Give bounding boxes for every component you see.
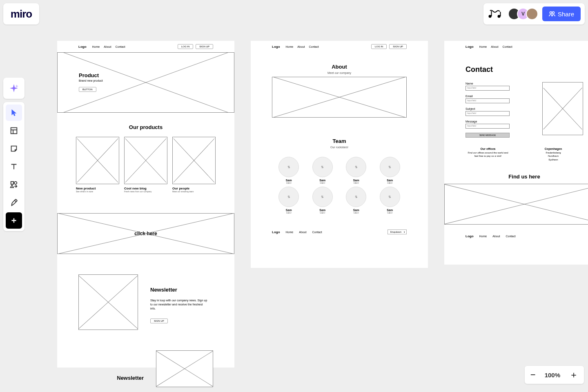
wf-offices-sub: Find our offices around the world and fe… <box>466 151 510 158</box>
wf-team-name: Sam <box>373 209 407 212</box>
wf-nav-home: Home <box>479 45 487 48</box>
wf-label-message: Message <box>466 120 510 123</box>
wf-nav-about: About <box>104 45 111 48</box>
wf-hero-button: BUTTON <box>79 87 96 92</box>
wf-nav-home: Home <box>286 231 294 234</box>
wf-login-button: LOG IN <box>178 44 193 49</box>
wf-team-name: Sam <box>373 179 407 182</box>
wf-nav-contact: Contact <box>506 235 516 238</box>
wf-offices-title: Our offices <box>466 147 510 150</box>
placeholder-image <box>76 137 119 184</box>
wf-team-member: ⇅SamCEO <box>373 157 407 184</box>
wf-newsletter-row-2: Newsletter <box>57 350 234 392</box>
wf-newsletter-body: Stay in loop with our company news. Sign… <box>150 298 207 310</box>
wf-office-lines: Frederiksberg Nordhavn Sydhavn <box>531 151 576 161</box>
wf-label-name: Name <box>466 82 510 85</box>
wf-logo: Logo <box>466 234 474 238</box>
wf-product-sub: Fresh news from our company <box>124 190 167 193</box>
shapes-icon <box>9 180 18 189</box>
wf-label-email: Email <box>466 95 510 98</box>
wf-nav-about: About <box>297 45 305 48</box>
sparkle-icon <box>9 83 19 93</box>
app-logo-card[interactable]: miro <box>3 3 39 24</box>
wf-login-button: LOG IN <box>371 44 387 49</box>
text-icon <box>9 162 18 171</box>
wf-label-subject: Subject <box>466 107 510 110</box>
wf-input-name: Input field <box>466 86 510 91</box>
frame-icon <box>9 126 18 135</box>
pen-tool[interactable] <box>6 194 22 211</box>
wf-team-role: CEO <box>373 212 407 214</box>
wf-nav-contact: Contact <box>309 45 319 48</box>
cursor-tool[interactable] <box>6 105 22 121</box>
wf-product-title: Cool new blog <box>124 187 167 190</box>
avatar-placeholder: ⇅ <box>380 157 400 177</box>
pen-icon <box>9 198 18 207</box>
wf-office-col: Our offices Find our offices around the … <box>466 147 510 161</box>
wf-team-member: ⇅SamCEO <box>272 157 306 184</box>
wf-product-card: Our people Meet our amazing team <box>172 137 216 193</box>
wf-team-member: ⇅SamCEO <box>339 157 373 184</box>
plus-icon <box>9 216 18 225</box>
wf-product-title: New product <box>76 187 119 190</box>
wireframe-about-page[interactable]: Logo Home About Contact LOG IN SIGN UP A… <box>251 41 428 268</box>
wireframe-home-page[interactable]: Logo Home About Contact LOG IN SIGN UP P… <box>57 41 234 368</box>
avatar[interactable] <box>526 8 538 20</box>
wf-about-title: About <box>251 64 428 70</box>
wf-footer-dropdown: Dropdown <box>388 229 407 234</box>
presence-avatars[interactable]: V <box>508 8 538 20</box>
share-button[interactable]: Share <box>542 7 581 21</box>
wf-header: Logo Home About Contact LOG IN SIGN UP <box>251 41 428 52</box>
wf-offices-row: Our offices Find our offices around the … <box>466 147 583 161</box>
wf-logo: Logo <box>272 45 280 49</box>
wf-team-role: CEO <box>272 212 306 214</box>
wf-team-role: CEO <box>373 182 407 184</box>
wf-team-role: CEO <box>339 212 373 214</box>
text-tool[interactable] <box>6 158 22 175</box>
people-icon <box>549 11 555 17</box>
wf-team-name: Sam <box>339 209 373 212</box>
wf-hero-title: Product <box>79 72 103 78</box>
wf-team-grid: ⇅SamCEO ⇅SamCEO ⇅SamCEO ⇅SamCEO ⇅SamCEO … <box>251 149 428 226</box>
wf-team-role: CEO <box>306 182 340 184</box>
sticky-tool[interactable] <box>6 140 22 157</box>
wf-input-subject: Input field <box>466 111 510 116</box>
wf-banner-label: click here <box>58 231 234 236</box>
placeholder-image <box>124 137 167 184</box>
wf-product-sub: Meet our amazing team <box>172 190 216 193</box>
wf-newsletter-button: SIGN UP <box>150 318 168 323</box>
svg-point-10 <box>14 182 17 184</box>
wf-nav-about: About <box>299 231 306 234</box>
wf-product-title: Our people <box>172 187 216 190</box>
wf-newsletter-title: Newsletter <box>150 287 207 293</box>
reactions-button[interactable] <box>488 9 504 19</box>
wf-product-card: New product See what's in store <box>76 137 119 193</box>
wf-team-name: Sam <box>306 179 340 182</box>
wireframe-contact-page[interactable]: Logo Home About Contact Contact NameInpu… <box>444 41 588 265</box>
collaboration-bar: V Share <box>483 3 585 24</box>
wf-team-name: Sam <box>339 179 373 182</box>
add-tool[interactable] <box>6 212 22 229</box>
svg-point-4 <box>550 12 552 14</box>
wf-team-name: Sam <box>272 209 306 212</box>
wf-team-sub: Our rockstars! <box>251 146 428 149</box>
wf-office-col: Copenhagen Frederiksberg Nordhavn Sydhav… <box>531 147 576 161</box>
wf-about-sub: Meet our company <box>251 71 428 74</box>
wf-input-email: Input field <box>466 98 510 103</box>
left-toolbar <box>3 102 24 231</box>
wf-team-member: ⇅SamCEO <box>373 187 407 214</box>
svg-rect-3 <box>500 12 501 16</box>
wf-product-row: New product See what's in store Cool new… <box>57 137 234 193</box>
avatar-placeholder: ⇅ <box>312 187 333 207</box>
wf-hero-sub: Brand new product <box>79 79 103 82</box>
cursor-icon <box>9 108 18 117</box>
board-canvas[interactable]: Logo Home About Contact LOG IN SIGN UP P… <box>57 41 588 392</box>
frame-tool[interactable] <box>6 122 22 139</box>
wf-hero-image: Product Brand new product BUTTON <box>57 52 234 113</box>
wf-signup-button: SIGN UP <box>389 44 407 49</box>
wf-nav-contact: Contact <box>503 45 512 48</box>
wf-contact-title: Contact <box>466 65 583 74</box>
avatar-placeholder: ⇅ <box>346 187 366 207</box>
shapes-tool[interactable] <box>6 176 22 193</box>
ai-tool[interactable] <box>3 78 24 99</box>
